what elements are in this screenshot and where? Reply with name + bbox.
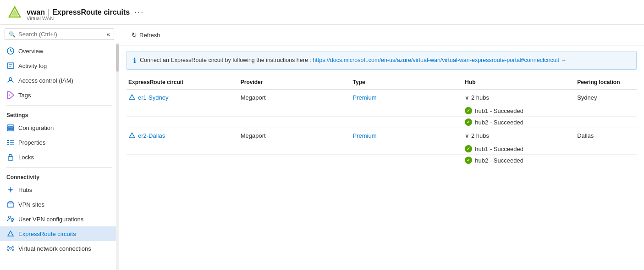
resource-name: vwan bbox=[27, 8, 45, 17]
sidebar-item-label: Overview bbox=[18, 48, 43, 55]
hub-status: ✓ hub1 - Succeeded bbox=[465, 107, 570, 114]
sidebar-item-label: Properties bbox=[18, 139, 45, 146]
provider-cell: Megaport bbox=[239, 128, 351, 143]
col-peering[interactable]: Peering location bbox=[575, 75, 637, 90]
svg-rect-12 bbox=[7, 129, 14, 131]
svg-marker-41 bbox=[129, 95, 135, 100]
sidebar-item-label: User VPN configurations bbox=[18, 216, 83, 223]
svg-rect-10 bbox=[7, 125, 14, 126]
success-indicator: ✓ bbox=[465, 118, 472, 126]
hub-status-text: hub2 - Succeeded bbox=[475, 119, 523, 126]
provider-cell: Megaport bbox=[239, 90, 351, 105]
svg-marker-42 bbox=[129, 133, 135, 138]
table-row: er1-Sydney Megaport Premium ∨ 2 hubs Syd… bbox=[127, 90, 637, 105]
sidebar-item-label: Activity log bbox=[18, 62, 47, 69]
circuit-link[interactable]: er1-Sydney bbox=[128, 94, 233, 101]
svg-line-38 bbox=[11, 247, 13, 248]
activity-log-icon bbox=[6, 62, 15, 70]
info-icon: ℹ bbox=[133, 56, 136, 65]
svg-point-34 bbox=[13, 246, 14, 248]
hub-status-cell: ✓ hub1 - Succeeded bbox=[463, 143, 575, 155]
sidebar-item-label: Access control (IAM) bbox=[18, 77, 73, 84]
info-banner-text: Connect an ExpressRoute circuit by follo… bbox=[140, 56, 567, 65]
tags-icon bbox=[6, 91, 15, 99]
info-arrow: → bbox=[561, 57, 567, 63]
main-layout: 🔍 « Overview Activity log Ac bbox=[0, 25, 644, 270]
hub-expand[interactable]: ∨ 2 hubs bbox=[465, 94, 570, 101]
sidebar-item-locks[interactable]: Locks bbox=[0, 150, 119, 164]
svg-rect-11 bbox=[7, 127, 14, 129]
sidebar-item-access-control[interactable]: Access control (IAM) bbox=[0, 73, 119, 88]
refresh-icon: ↻ bbox=[132, 31, 137, 39]
search-input[interactable] bbox=[18, 31, 107, 38]
sidebar-item-hubs[interactable]: Hubs bbox=[0, 182, 119, 197]
user-vpn-icon bbox=[6, 215, 15, 223]
table-row: er2-Dallas Megaport Premium ∨ 2 hubs Dal… bbox=[127, 128, 637, 143]
info-banner: ℹ Connect an ExpressRoute circuit by fol… bbox=[127, 51, 637, 70]
svg-line-39 bbox=[9, 249, 10, 250]
settings-section-label: Settings bbox=[0, 108, 119, 120]
svg-rect-25 bbox=[7, 203, 14, 207]
hub-detail-row: ✓ hub2 - Succeeded bbox=[127, 117, 637, 128]
type-link[interactable]: Premium bbox=[353, 132, 377, 139]
table-container: ExpressRoute circuit Provider Type Hub P… bbox=[119, 75, 644, 270]
sidebar-item-label: Tags bbox=[18, 92, 31, 99]
scroll-track bbox=[116, 43, 119, 270]
col-provider[interactable]: Provider bbox=[239, 75, 351, 90]
sidebar-item-vpn-sites[interactable]: VPN sites bbox=[0, 197, 119, 212]
hub-status-text: hub1 - Succeeded bbox=[475, 107, 523, 114]
sidebar-item-label: Locks bbox=[18, 154, 34, 161]
sidebar-item-vnet-connections[interactable]: Virtual network connections bbox=[0, 241, 119, 256]
col-circuit[interactable]: ExpressRoute circuit bbox=[127, 75, 239, 90]
hub-detail-row: ✓ hub1 - Succeeded bbox=[127, 143, 637, 155]
col-type[interactable]: Type bbox=[351, 75, 463, 90]
header-title-block: vwan | ExpressRoute circuits bbox=[27, 8, 130, 17]
vnet-icon bbox=[6, 244, 15, 253]
header-more-menu[interactable]: ··· bbox=[134, 7, 144, 17]
hub-status: ✓ hub2 - Succeeded bbox=[465, 157, 570, 164]
hub-status: ✓ hub2 - Succeeded bbox=[465, 118, 570, 126]
refresh-button[interactable]: ↻ Refresh bbox=[127, 28, 165, 41]
sidebar-item-user-vpn[interactable]: User VPN configurations bbox=[0, 212, 119, 226]
settings-divider bbox=[6, 105, 112, 106]
app-icon bbox=[7, 5, 22, 20]
sidebar-item-label: VPN sites bbox=[18, 201, 44, 208]
svg-rect-19 bbox=[8, 157, 13, 160]
circuit-cell: er2-Dallas bbox=[127, 128, 239, 143]
sidebar-item-overview[interactable]: Overview bbox=[0, 44, 119, 58]
circuit-icon bbox=[128, 132, 136, 139]
sidebar-item-label: Configuration bbox=[18, 124, 54, 131]
type-cell: Premium bbox=[351, 90, 463, 105]
circuit-link[interactable]: er2-Dallas bbox=[128, 132, 233, 139]
col-hub[interactable]: Hub bbox=[463, 75, 575, 90]
connectivity-divider bbox=[6, 167, 112, 168]
sidebar-item-expressroute[interactable]: ExpressRoute circuits bbox=[0, 226, 119, 241]
peering-cell: Sydney bbox=[575, 90, 637, 105]
expressroute-nav-icon bbox=[6, 230, 15, 238]
config-icon bbox=[6, 124, 15, 132]
sidebar: 🔍 « Overview Activity log Ac bbox=[0, 25, 119, 270]
hub-cell: ∨ 2 hubs bbox=[463, 90, 575, 105]
svg-point-33 bbox=[7, 246, 9, 248]
sidebar-item-properties[interactable]: Properties bbox=[0, 135, 119, 150]
hub-status-cell: ✓ hub1 - Succeeded bbox=[463, 105, 575, 117]
header: vwan | ExpressRoute circuits ··· Virtual… bbox=[0, 0, 644, 25]
info-banner-link[interactable]: https://docs.microsoft.com/en-us/azure/v… bbox=[313, 57, 559, 63]
collapse-icon[interactable]: « bbox=[107, 31, 110, 38]
hub-detail-row: ✓ hub1 - Succeeded bbox=[127, 105, 637, 117]
svg-point-29 bbox=[9, 216, 11, 219]
svg-point-9 bbox=[9, 95, 10, 96]
scroll-thumb[interactable] bbox=[116, 44, 119, 72]
hub-status: ✓ hub1 - Succeeded bbox=[465, 145, 570, 152]
svg-point-35 bbox=[7, 250, 9, 251]
locks-icon bbox=[6, 153, 15, 161]
hub-expand[interactable]: ∨ 2 hubs bbox=[465, 132, 570, 139]
hub-status-cell: ✓ hub2 - Succeeded bbox=[463, 117, 575, 128]
success-indicator: ✓ bbox=[465, 145, 472, 152]
sidebar-item-activity-log[interactable]: Activity log bbox=[0, 58, 119, 73]
sidebar-item-configuration[interactable]: Configuration bbox=[0, 120, 119, 135]
type-link[interactable]: Premium bbox=[353, 94, 377, 101]
sidebar-item-tags[interactable]: Tags bbox=[0, 88, 119, 102]
hub-status-text: hub1 - Succeeded bbox=[475, 146, 523, 152]
type-cell: Premium bbox=[351, 128, 463, 143]
